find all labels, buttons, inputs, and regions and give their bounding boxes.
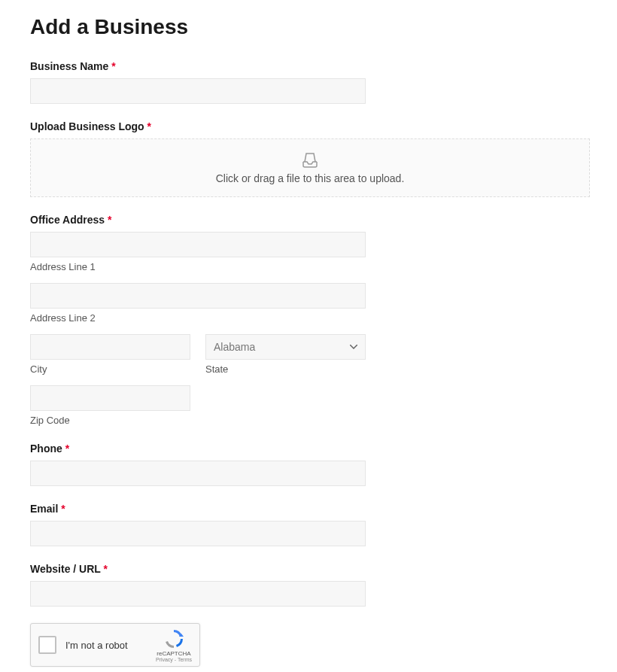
upload-logo-label: Upload Business Logo *: [30, 120, 587, 132]
page-title: Add a Business: [30, 15, 587, 39]
phone-label-text: Phone: [30, 442, 62, 455]
required-marker: *: [61, 503, 65, 515]
address-line2-sublabel: Address Line 2: [30, 312, 587, 324]
required-marker: *: [104, 563, 108, 575]
recaptcha-checkbox[interactable]: [38, 636, 56, 654]
address-line1-input[interactable]: [30, 232, 366, 257]
state-select[interactable]: Alabama: [205, 334, 366, 360]
required-marker: *: [108, 214, 111, 226]
email-label-text: Email: [30, 503, 58, 515]
upload-logo-group: Upload Business Logo * Click or drag a f…: [30, 120, 587, 197]
recaptcha-label: I'm not a robot: [65, 640, 156, 651]
required-marker: *: [111, 60, 115, 72]
business-name-label: Business Name *: [30, 60, 587, 72]
phone-input[interactable]: [30, 461, 366, 486]
state-sublabel: State: [205, 363, 366, 375]
recaptcha-widget: I'm not a robot reCAPTCHA Privacy - Term…: [30, 623, 200, 667]
state-block: Alabama State: [205, 334, 366, 375]
upload-hint: Click or drag a file to this area to upl…: [216, 172, 405, 184]
zip-sublabel: Zip Code: [30, 415, 587, 426]
website-group: Website / URL *: [30, 563, 587, 607]
inbox-icon: [301, 151, 319, 168]
email-input[interactable]: [30, 521, 366, 546]
city-sublabel: City: [30, 363, 190, 375]
address-line1-sublabel: Address Line 1: [30, 261, 587, 272]
required-marker: *: [65, 442, 69, 455]
website-label-text: Website / URL: [30, 563, 101, 575]
recaptcha-brand-text: reCAPTCHA: [157, 650, 190, 657]
address-line2-input[interactable]: [30, 283, 366, 309]
recaptcha-terms-text: Privacy - Terms: [156, 657, 192, 662]
recaptcha-icon: [163, 628, 184, 649]
phone-label: Phone *: [30, 442, 587, 455]
city-input[interactable]: [30, 334, 190, 360]
office-address-label: Office Address *: [30, 214, 587, 226]
email-group: Email *: [30, 503, 587, 546]
address-line2-block: Address Line 2: [30, 283, 587, 324]
upload-logo-label-text: Upload Business Logo: [30, 120, 144, 132]
website-label: Website / URL *: [30, 563, 587, 575]
upload-dropzone[interactable]: Click or drag a file to this area to upl…: [30, 138, 590, 197]
required-marker: *: [147, 120, 151, 132]
city-block: City: [30, 334, 190, 375]
zip-input[interactable]: [30, 385, 190, 411]
city-state-row: City Alabama State: [30, 334, 587, 385]
business-name-input[interactable]: [30, 78, 366, 104]
zip-block: Zip Code: [30, 385, 587, 426]
office-address-label-text: Office Address: [30, 214, 105, 226]
add-business-form: Business Name * Upload Business Logo * C…: [30, 60, 587, 672]
website-input[interactable]: [30, 581, 366, 607]
email-label: Email *: [30, 503, 587, 515]
address-line1-block: Address Line 1: [30, 232, 587, 272]
business-name-label-text: Business Name: [30, 60, 108, 72]
phone-group: Phone *: [30, 442, 587, 486]
office-address-group: Office Address * Address Line 1 Address …: [30, 214, 587, 426]
business-name-group: Business Name *: [30, 60, 587, 104]
recaptcha-branding: reCAPTCHA Privacy - Terms: [156, 628, 192, 662]
